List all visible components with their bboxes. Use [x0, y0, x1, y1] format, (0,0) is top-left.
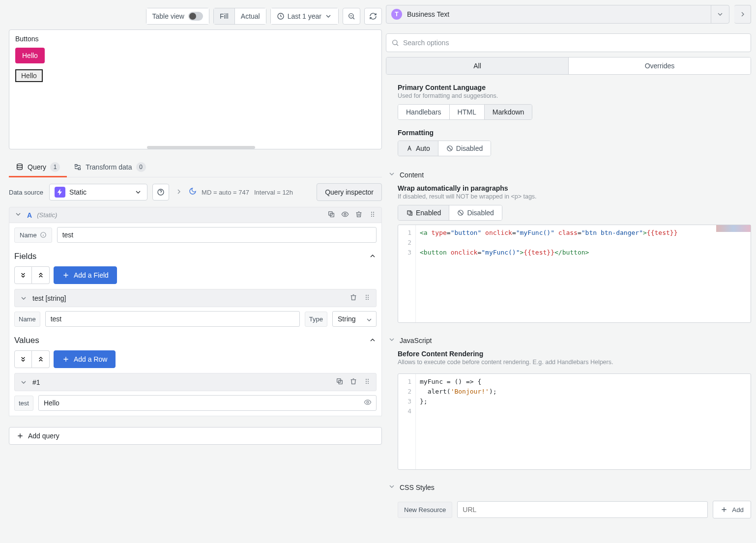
- field-name-input[interactable]: [45, 311, 300, 327]
- field-name-label: Name: [14, 312, 40, 327]
- query-header[interactable]: A (Static): [9, 207, 382, 223]
- collapse-all-fields-button[interactable]: [32, 266, 50, 284]
- css-url-input[interactable]: [457, 501, 708, 518]
- search-options-input[interactable]: [403, 39, 746, 47]
- toggle-visibility-button[interactable]: [341, 210, 349, 220]
- chevron-down-icon: [388, 336, 396, 343]
- transform-icon: [74, 163, 82, 171]
- ban-icon: [457, 209, 464, 216]
- content-section-header[interactable]: Content: [386, 165, 751, 184]
- fill-button[interactable]: Fill: [214, 8, 234, 24]
- collapse-options-button[interactable]: [734, 5, 751, 24]
- svg-point-28: [367, 401, 369, 403]
- moon-icon[interactable]: [189, 187, 197, 197]
- pcl-html[interactable]: HTML: [449, 105, 484, 119]
- data-source-row: Data source Static MD = auto = 747: [5, 177, 386, 207]
- copy-icon: [336, 377, 344, 385]
- collapse-all-rows-button[interactable]: [32, 350, 50, 368]
- collapse-fields-button[interactable]: [369, 252, 377, 261]
- code-gutter: 123: [398, 225, 416, 322]
- fmt-options: Auto Disabled: [398, 141, 491, 156]
- svg-point-2: [17, 164, 23, 166]
- row-value-visibility-toggle[interactable]: [364, 399, 372, 408]
- row-drag-handle[interactable]: [363, 377, 371, 387]
- query-letter[interactable]: A: [27, 211, 32, 219]
- javascript-code-content[interactable]: myFunc = () => { alert('Bonjour!'); };: [416, 374, 751, 469]
- viz-chevron-button[interactable]: [711, 5, 729, 23]
- tab-query-label: Query: [28, 163, 46, 171]
- delete-row-button[interactable]: [349, 377, 357, 387]
- pcl-handlebars[interactable]: Handlebars: [398, 105, 449, 119]
- add-row-button[interactable]: Add a Row: [54, 350, 116, 368]
- duplicate-query-button[interactable]: [327, 210, 335, 220]
- content-code-editor[interactable]: 123 <a type="button" onclick="myFunc()" …: [398, 225, 751, 323]
- time-range-picker[interactable]: Last 1 year: [270, 8, 339, 25]
- wrap-disabled[interactable]: Disabled: [449, 205, 501, 220]
- row-header[interactable]: #1: [14, 373, 377, 391]
- preview-danger-button[interactable]: Hello: [15, 48, 45, 63]
- wrap-enabled[interactable]: Enabled: [398, 205, 449, 220]
- refresh-button[interactable]: [364, 8, 382, 25]
- javascript-section-header[interactable]: JavaScript: [386, 331, 751, 350]
- tab-query[interactable]: Query 1: [9, 158, 67, 177]
- zoom-out-button[interactable]: [343, 8, 360, 25]
- plus-icon: [720, 506, 728, 514]
- md-info: MD = auto = 747: [202, 189, 249, 196]
- svg-point-24: [366, 381, 367, 382]
- actual-button[interactable]: Actual: [234, 8, 266, 24]
- add-field-button[interactable]: Add a Field: [54, 266, 117, 284]
- fmt-auto[interactable]: Auto: [398, 141, 438, 156]
- chevron-right-icon[interactable]: [174, 188, 184, 197]
- tab-all[interactable]: All: [386, 57, 568, 74]
- css-add-button[interactable]: Add: [713, 501, 751, 518]
- field-type-select[interactable]: String: [332, 311, 377, 327]
- info-icon: [40, 231, 47, 238]
- svg-point-15: [368, 295, 369, 296]
- pcl-options: Handlebars HTML Markdown: [398, 104, 532, 120]
- trash-icon: [355, 210, 363, 218]
- collapse-values-button[interactable]: [369, 336, 377, 345]
- scrollbar-thumb[interactable]: [147, 146, 255, 149]
- pcl-desc: Used for formatting and suggestions.: [398, 92, 751, 99]
- toggle-switch-icon[interactable]: [188, 12, 203, 21]
- datasource-help-button[interactable]: [152, 184, 169, 200]
- delete-query-button[interactable]: [355, 210, 363, 220]
- data-source-select[interactable]: Static: [49, 184, 147, 200]
- copy-icon: [327, 210, 335, 218]
- chevron-down-icon[interactable]: [14, 210, 22, 220]
- expand-all-rows-button[interactable]: [14, 350, 32, 368]
- add-query-button[interactable]: Add query: [9, 427, 382, 445]
- editor-tabs: Query 1 Transform data 0: [9, 158, 382, 177]
- drag-handle[interactable]: [369, 210, 377, 220]
- query-name-input[interactable]: [57, 227, 377, 243]
- svg-point-12: [373, 216, 374, 217]
- duplicate-row-button[interactable]: [336, 377, 344, 387]
- row-key-label: test: [14, 396, 33, 411]
- clock-icon: [277, 12, 285, 20]
- css-section-header[interactable]: CSS Styles: [386, 478, 751, 497]
- query-inspector-button[interactable]: Query inspector: [317, 183, 382, 201]
- delete-field-button[interactable]: [349, 293, 357, 303]
- field-header[interactable]: test [string]: [14, 289, 377, 307]
- query-ds-hint: (Static): [37, 211, 57, 219]
- content-code-content[interactable]: <a type="button" onclick="myFunc()" clas…: [416, 225, 751, 322]
- plus-icon: [62, 355, 70, 363]
- row-value-input[interactable]: [38, 395, 377, 411]
- table-view-toggle[interactable]: Table view: [146, 8, 209, 25]
- pcl-markdown[interactable]: Markdown: [484, 105, 532, 119]
- expand-all-fields-button[interactable]: [14, 266, 32, 284]
- tab-transform[interactable]: Transform data 0: [67, 158, 152, 177]
- fmt-disabled[interactable]: Disabled: [438, 141, 491, 156]
- visualization-picker[interactable]: T Business Text: [386, 5, 707, 23]
- preview-plain-button[interactable]: Hello: [15, 69, 43, 82]
- fields-heading: Fields: [14, 252, 36, 261]
- javascript-code-editor[interactable]: 1234 myFunc = () => { alert('Bonjour!');…: [398, 373, 751, 470]
- field-title: test [string]: [32, 294, 66, 302]
- question-icon: [157, 188, 165, 196]
- data-source-label: Data source: [9, 189, 43, 196]
- field-drag-handle[interactable]: [363, 293, 371, 303]
- tab-overrides[interactable]: Overrides: [568, 57, 751, 74]
- refresh-icon: [369, 12, 377, 20]
- chevron-down-icon: [388, 483, 396, 490]
- chevron-down-icon: [20, 378, 28, 386]
